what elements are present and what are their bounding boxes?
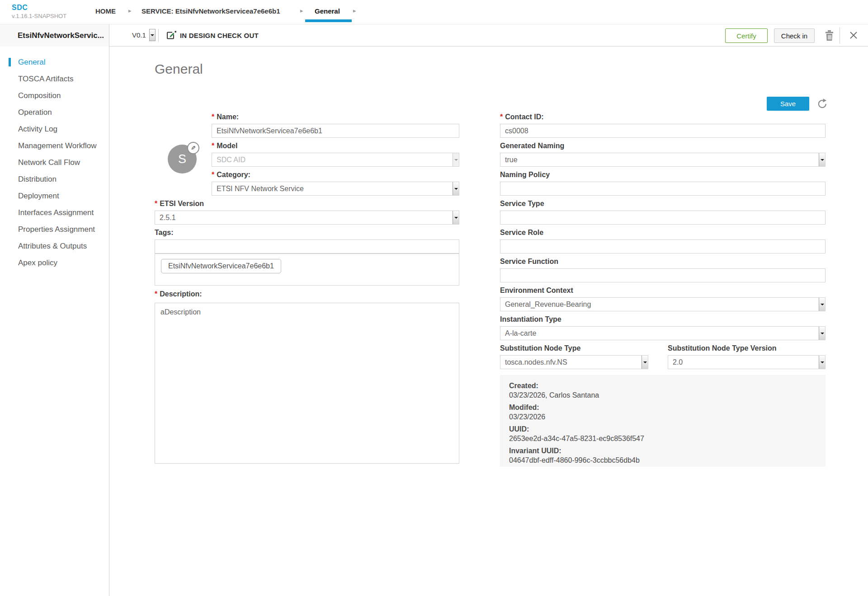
field-naming-policy: Naming Policy xyxy=(500,171,826,196)
lifecycle-status-label: IN DESIGN CHECK OUT xyxy=(180,32,259,39)
substitution-node-type-value: tosca.nodes.nfv.NS xyxy=(505,356,567,369)
substitution-node-type-version-label: Substitution Node Type Version xyxy=(668,344,826,352)
environment-context-value: General_Revenue-Bearing xyxy=(505,298,591,311)
description-textarea[interactable]: aDescription xyxy=(155,303,459,464)
field-service-type: Service Type xyxy=(500,200,826,225)
sidebar-item-tosca-artifacts[interactable]: TOSCA Artifacts xyxy=(0,70,109,87)
modified-label: Modifed: xyxy=(509,403,816,412)
field-service-role: Service Role xyxy=(500,229,826,253)
service-role-input[interactable] xyxy=(500,239,826,253)
generated-naming-select[interactable]: true xyxy=(500,153,826,167)
trash-icon xyxy=(824,29,835,42)
edit-avatar-button[interactable]: ✎ xyxy=(187,142,199,154)
chevron-down-icon xyxy=(453,182,459,195)
avatar-letter: S xyxy=(178,152,186,166)
field-model: *Model SDC AID xyxy=(212,142,459,167)
sidebar-item-properties-assignment[interactable]: Properties Assignment xyxy=(0,221,109,238)
created-label: Created: xyxy=(509,381,816,390)
generated-naming-value: true xyxy=(505,153,518,166)
environment-context-select[interactable]: General_Revenue-Bearing xyxy=(500,297,826,311)
modified-value: 03/23/2026 xyxy=(509,412,816,422)
left-nav: General TOSCA Artifacts Composition Oper… xyxy=(0,47,109,596)
substitution-node-type-version-select[interactable]: 2.0 xyxy=(668,355,826,369)
uuid-label: UUID: xyxy=(509,424,816,434)
service-type-input[interactable] xyxy=(500,211,826,225)
substitution-node-type-version-value: 2.0 xyxy=(673,356,683,369)
sidebar-item-interfaces-assignment[interactable]: Interfaces Assignment xyxy=(0,204,109,221)
field-substitution-node-type: Substitution Node Type tosca.nodes.nfv.N… xyxy=(500,344,648,369)
chevron-right-icon: ▸ xyxy=(300,7,303,14)
field-tags: Tags: xyxy=(155,229,459,253)
sdc-logo[interactable]: SDC xyxy=(12,4,28,12)
delete-button[interactable] xyxy=(824,29,835,43)
revert-icon xyxy=(816,98,828,110)
required-marker: * xyxy=(212,171,214,178)
toolbar-divider xyxy=(840,27,840,44)
sidebar-item-operation[interactable]: Operation xyxy=(0,104,109,121)
entity-name: EtsiNfvNetworkServic... xyxy=(0,24,109,47)
etsi-version-label: ETSI Version xyxy=(160,200,204,207)
app-version: v.1.16.1-SNAPSHOT xyxy=(12,13,66,19)
chevron-down-icon xyxy=(819,153,825,166)
service-type-label: Service Type xyxy=(500,200,826,208)
generated-naming-label: Generated Naming xyxy=(500,142,826,150)
sidebar-item-activity-log[interactable]: Activity Log xyxy=(0,121,109,137)
breadcrumb-service[interactable]: SERVICE: EtsiNfvNetworkServicea7e6e6b1 xyxy=(142,7,280,15)
field-category: *Category: ETSI NFV Network Service xyxy=(212,171,459,196)
breadcrumb-general[interactable]: General xyxy=(315,7,340,15)
instantiation-type-select[interactable]: A-la-carte xyxy=(500,326,826,340)
field-contact-id: *Contact ID: xyxy=(500,113,826,138)
field-name: *Name: xyxy=(212,113,459,138)
sidebar-item-management-workflow[interactable]: Management Workflow xyxy=(0,137,109,154)
field-description: *Description: xyxy=(155,290,459,301)
tag-chip[interactable]: EtsiNfvNetworkServicea7e6e6b1 xyxy=(161,259,281,273)
instantiation-type-value: A-la-carte xyxy=(505,327,536,340)
metadata-box: Created: 03/23/2026, Carlos Santana Modi… xyxy=(500,375,826,467)
revert-button[interactable] xyxy=(816,98,828,110)
name-label: Name: xyxy=(217,113,239,121)
version-dropdown-arrow-icon[interactable] xyxy=(149,29,156,41)
etsi-version-value: 2.5.1 xyxy=(160,211,176,224)
naming-policy-label: Naming Policy xyxy=(500,171,826,179)
top-nav: SDC v.1.16.1-SNAPSHOT HOME ▸ SERVICE: Et… xyxy=(0,0,868,24)
category-select[interactable]: ETSI NFV Network Service xyxy=(212,182,459,196)
substitution-node-type-select[interactable]: tosca.nodes.nfv.NS xyxy=(500,355,648,369)
sidebar-item-deployment[interactable]: Deployment xyxy=(0,188,109,204)
name-input[interactable] xyxy=(212,124,459,138)
save-button[interactable]: Save xyxy=(767,97,809,111)
required-marker: * xyxy=(212,142,214,150)
required-marker: * xyxy=(155,290,157,298)
service-role-label: Service Role xyxy=(500,229,826,237)
model-value: SDC AID xyxy=(217,153,245,166)
version-selector-value[interactable]: V0.1 xyxy=(132,31,146,39)
chevron-down-icon xyxy=(453,211,459,224)
chevron-down-icon xyxy=(642,356,648,369)
field-etsi-version: *ETSI Version 2.5.1 xyxy=(155,200,459,225)
sidebar-item-network-call-flow[interactable]: Network Call Flow xyxy=(0,154,109,171)
sidebar-item-composition[interactable]: Composition xyxy=(0,87,109,104)
sidebar-item-distribution[interactable]: Distribution xyxy=(0,171,109,188)
created-value: 03/23/2026, Carlos Santana xyxy=(509,390,816,400)
sdc-general-page: SDC v.1.16.1-SNAPSHOT HOME ▸ SERVICE: Et… xyxy=(0,0,868,596)
certify-button[interactable]: Certify xyxy=(725,28,768,43)
check-in-button[interactable]: Check in xyxy=(774,28,815,43)
naming-policy-input[interactable] xyxy=(500,182,826,196)
invariant-uuid-value: 04647dbf-edff-4860-996c-3ccbbc56db4b xyxy=(509,455,816,465)
description-label: Description: xyxy=(160,290,202,298)
service-function-input[interactable] xyxy=(500,268,826,282)
tags-input[interactable] xyxy=(155,239,459,253)
sidebar-item-general[interactable]: General xyxy=(0,54,109,70)
field-generated-naming: Generated Naming true xyxy=(500,142,826,167)
breadcrumb-home[interactable]: HOME xyxy=(95,7,116,15)
sidebar-item-apex-policy[interactable]: Apex policy xyxy=(0,254,109,271)
chevron-down-icon xyxy=(819,327,825,340)
required-marker: * xyxy=(212,113,214,121)
chevron-down-icon xyxy=(819,298,825,311)
sidebar-item-attributes-outputs[interactable]: Attributes & Outputs xyxy=(0,238,109,254)
required-marker: * xyxy=(155,200,157,207)
contact-id-input[interactable] xyxy=(500,124,826,138)
close-button[interactable] xyxy=(849,30,859,42)
etsi-version-select[interactable]: 2.5.1 xyxy=(155,211,459,225)
page-title: General xyxy=(155,61,203,77)
required-marker: * xyxy=(500,113,503,121)
